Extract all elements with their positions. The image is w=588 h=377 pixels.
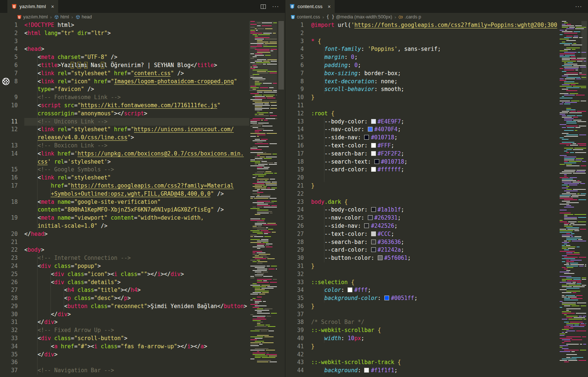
code-line[interactable]: 31} [285, 262, 559, 270]
code-line[interactable]: crossorigin="anonymous"></script> [0, 110, 249, 118]
line-number[interactable] [0, 85, 24, 94]
color-swatch[interactable] [364, 223, 369, 228]
line-number[interactable]: 19 [0, 214, 24, 222]
line-number[interactable]: 13 [285, 118, 311, 126]
code-line[interactable]: 37 [285, 311, 559, 319]
line-number[interactable]: 25 [0, 270, 24, 279]
code-line[interactable]: 3 [0, 38, 249, 46]
code-line[interactable]: 40width: 10px; [285, 335, 559, 343]
code-line[interactable]: 35</div> [0, 351, 249, 359]
line-number[interactable]: 17 [285, 150, 311, 158]
code-line[interactable]: 30--button-color: #5f6061; [285, 254, 559, 262]
line-number[interactable]: 14 [0, 150, 24, 158]
line-number[interactable]: 33 [0, 335, 24, 343]
line-number[interactable]: 19 [285, 166, 311, 174]
code-line[interactable]: 25--nav-color: #262931; [285, 214, 559, 222]
color-swatch[interactable] [371, 231, 376, 236]
code-line[interactable]: 6padding: 0; [285, 62, 559, 70]
code-line[interactable]: 20 [285, 174, 559, 182]
line-number[interactable]: 27 [0, 286, 24, 294]
code-line[interactable]: 2 [285, 29, 559, 38]
line-number[interactable]: 30 [0, 311, 24, 319]
color-swatch[interactable] [364, 135, 369, 140]
line-number[interactable]: 21 [285, 182, 311, 190]
color-swatch[interactable] [348, 287, 352, 292]
tab-content-css[interactable]: content.css × [285, 0, 335, 13]
color-swatch[interactable] [371, 207, 376, 212]
line-number[interactable]: 15 [0, 166, 24, 174]
breadcrumb-cards-p[interactable]: .cards p [398, 14, 421, 20]
line-number[interactable] [0, 110, 24, 118]
code-line[interactable]: 22<body> [0, 246, 249, 254]
close-icon[interactable]: × [328, 4, 331, 9]
line-number[interactable]: 5 [0, 53, 24, 62]
code-line[interactable]: 5<meta charset="UTF-8" /> [0, 53, 249, 62]
code-line[interactable]: 28<p class="desc"></p> [0, 294, 249, 303]
code-line[interactable]: 7<link rel="stylesheet" href="content.cs… [0, 70, 249, 78]
code-line[interactable]: type="favicon" /> [0, 85, 249, 94]
line-number[interactable]: 14 [285, 126, 311, 134]
code-line[interactable]: 23<!-- Internet Connection --> [0, 254, 249, 262]
line-number[interactable]: 18 [0, 198, 24, 206]
code-line[interactable]: 34color: #fff; [285, 286, 559, 294]
line-number[interactable]: 23 [0, 254, 24, 262]
line-number[interactable]: 32 [285, 270, 311, 279]
line-number[interactable]: 26 [285, 222, 311, 230]
code-line[interactable]: 14<link href='https://unpkg.com/boxicons… [0, 150, 249, 158]
code-line[interactable]: 42 [285, 351, 559, 359]
code-line[interactable]: 30</div> [0, 311, 249, 319]
color-swatch[interactable] [371, 119, 376, 124]
code-line[interactable]: 38/* Scrool Bar */ [285, 318, 559, 327]
line-number[interactable] [0, 222, 24, 230]
breadcrumb-file[interactable]: content.css [291, 14, 320, 20]
line-number[interactable]: 28 [285, 238, 311, 247]
code-line[interactable]: 36 [0, 359, 249, 367]
line-number[interactable]: 35 [0, 351, 24, 359]
code-line[interactable]: 27--text-color: #CCC; [285, 230, 559, 238]
line-number[interactable]: 27 [285, 230, 311, 238]
code-line[interactable]: 2<html lang="tr" dir="ltr"> [0, 29, 249, 38]
line-number[interactable]: 37 [285, 311, 311, 319]
code-line[interactable]: 9<!-- Fontawesome Link --> [0, 94, 249, 102]
line-number[interactable]: 23 [285, 198, 311, 206]
editor-right[interactable]: 1@import url('https://fonts.googleapis.c… [285, 21, 588, 377]
breadcrumb-html[interactable]: html [54, 14, 69, 20]
code-line[interactable]: 5margin: 0; [285, 53, 559, 62]
split-editor-icon[interactable] [260, 4, 266, 10]
code-line[interactable]: 33<div class="scroll-button"> [0, 335, 249, 343]
code-line[interactable]: 18<meta name="google-site-verification" [0, 198, 249, 206]
code-line[interactable]: 44background: #f1f1f1; [285, 367, 559, 375]
code-line[interactable]: 6<title>Yazılımı Nasıl Öğrenirim? | SEYH… [0, 62, 249, 70]
code-line[interactable]: 31</div> [0, 318, 249, 327]
code-line[interactable]: 19--card-color: #ffffff; [285, 166, 559, 174]
line-number[interactable]: 12 [0, 126, 24, 134]
line-number[interactable]: 37 [0, 367, 24, 375]
code-line[interactable]: 32 [285, 270, 559, 279]
code-line[interactable]: 13--body-color: #E4E9F7; [285, 118, 559, 126]
line-number[interactable]: 3 [285, 38, 311, 46]
line-number[interactable]: 7 [285, 70, 311, 78]
line-number[interactable]: 43 [285, 359, 311, 367]
code-line[interactable]: 33::selection { [285, 279, 559, 287]
line-number[interactable]: 30 [285, 254, 311, 262]
line-number[interactable]: 28 [0, 294, 24, 303]
line-number[interactable]: 11 [285, 102, 311, 110]
code-line[interactable]: 32<!-- Fixed Arrow Up --> [0, 327, 249, 335]
line-number[interactable]: 10 [0, 102, 24, 110]
code-line[interactable]: 15--side-nav: #010718; [285, 134, 559, 142]
vertical-scrollbar[interactable] [277, 21, 285, 377]
line-number[interactable]: 33 [285, 279, 311, 287]
line-number[interactable]: 34 [285, 286, 311, 294]
line-number[interactable]: 16 [0, 174, 24, 182]
line-number[interactable]: 4 [285, 45, 311, 53]
code-line[interactable]: 17href="https://fonts.googleapis.com/css… [0, 182, 249, 190]
code-line[interactable]: 20</head> [0, 230, 249, 238]
code-line[interactable]: release/v4.0.0/css/line.css"> [0, 134, 249, 142]
code-line[interactable]: 27<h4 class="title"></h4> [0, 286, 249, 294]
code-line[interactable]: 1@import url('https://fonts.googleapis.c… [285, 21, 559, 29]
line-number[interactable] [0, 206, 24, 214]
code-line[interactable]: 3* { [285, 38, 559, 46]
code-line[interactable]: 28--search-bar: #363636; [285, 238, 559, 247]
code-line[interactable]: 11<!-- Unicons Link --> [0, 118, 249, 126]
vertical-scrollbar[interactable] [580, 21, 588, 377]
